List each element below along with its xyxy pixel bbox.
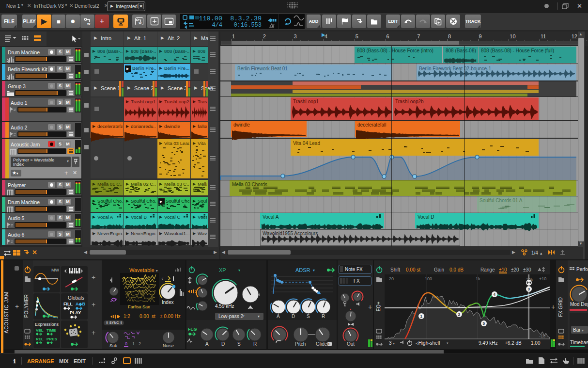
svg-text:D: D [292,314,295,319]
svg-text:R: R [253,341,257,347]
svg-text:A: A [277,314,280,319]
svg-text:Glide: Glide [316,341,327,347]
svg-text:L: L [328,342,331,346]
svg-text:PLAY: PLAY [70,310,81,315]
svg-text:Noise: Noise [163,343,174,348]
svg-text:4: 4 [493,292,495,297]
svg-text:S: S [307,314,310,319]
svg-text:Globals: Globals [68,295,84,301]
svg-text:A◆B: A◆B [76,302,85,306]
svg-text:1: 1 [420,314,422,319]
svg-text:3: 3 [527,287,530,291]
svg-text:Pitch: Pitch [295,341,306,347]
svg-text:Index: Index [162,300,173,305]
svg-text:S: S [237,341,241,347]
svg-text:0: 0 [125,341,127,346]
svg-text:-2: -2 [137,341,141,346]
svg-text:R: R [322,314,325,319]
svg-text:REL: REL [36,337,44,341]
svg-text:☇: ☇ [161,277,164,281]
svg-text:Expressions: Expressions [35,322,59,327]
svg-text:A: A [205,341,209,347]
svg-text:5: 5 [482,321,485,326]
svg-text:MW: MW [51,268,59,272]
svg-text:FILL: FILL [63,302,73,306]
svg-text:2: 2 [458,312,460,317]
svg-text:Out: Out [347,341,355,347]
svg-text:D: D [221,341,225,347]
svg-text:VEL: VEL [36,328,44,333]
svg-text:PRES: PRES [46,337,57,341]
svg-text:Sub: Sub [109,343,117,348]
svg-text:-1: -1 [131,341,135,346]
svg-text:TIMB: TIMB [46,328,56,333]
